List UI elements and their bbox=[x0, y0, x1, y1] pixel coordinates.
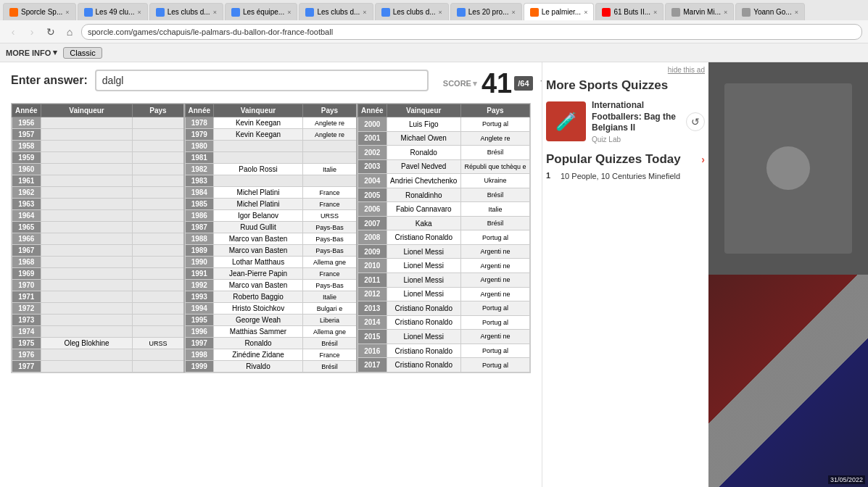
tab-palmares[interactable]: Le palmier... × bbox=[524, 3, 595, 20]
tab-lesequipes[interactable]: Les équipe... × bbox=[225, 3, 298, 20]
table-col3: Année Vainqueur Pays 2000Luis FigoPortug… bbox=[357, 104, 530, 372]
quiz-card-title: International Footballers: Bag the Belgi… bbox=[592, 100, 680, 134]
forward-button[interactable]: › bbox=[25, 25, 39, 39]
score-info-icon[interactable]: ▾ bbox=[473, 79, 477, 88]
tab-lesclubs2[interactable]: Les clubs d... × bbox=[299, 3, 373, 20]
more-info-label: MORE INFO bbox=[6, 49, 51, 57]
results-table-container: Année Vainqueur Pays 1956195719581959196… bbox=[11, 103, 531, 373]
tab-sporcle[interactable]: Sporcle Sp... × bbox=[3, 3, 76, 20]
tab-les49[interactable]: Les 49 clu... × bbox=[78, 3, 148, 20]
address-input[interactable]: sporcle.com/games/cchapuis/le-palmars-du… bbox=[81, 24, 862, 40]
tab-les20[interactable]: Les 20 pro... × bbox=[450, 3, 522, 20]
quiz-card[interactable]: 🧪 International Footballers: Bag the Bel… bbox=[546, 100, 705, 143]
refresh-quiz-button[interactable]: ↺ bbox=[686, 112, 705, 131]
popular-text: 10 People, 10 Centuries Minefield bbox=[561, 171, 680, 181]
main-content: Enter answer: SCORE ▾ 41 /64 TIMER bbox=[0, 62, 868, 487]
more-info-button[interactable]: MORE INFO ▾ bbox=[6, 48, 57, 57]
tab-lesclubs3[interactable]: Les clubs d... × bbox=[375, 3, 449, 20]
score-value: 41 bbox=[481, 70, 512, 97]
more-sports-title: More Sports Quizzes bbox=[546, 78, 705, 93]
popular-quizzes-section: Popular Quizzes Today › 1 10 People, 10 … bbox=[546, 152, 705, 181]
browser-tabs-bar: Sporcle Sp... × Les 49 clu... × Les club… bbox=[0, 0, 868, 20]
quiz-card-sub: Quiz Lab bbox=[592, 136, 680, 143]
popular-num: 1 bbox=[546, 171, 556, 180]
refresh-button[interactable]: ↻ bbox=[44, 25, 58, 39]
chevron-down-icon: ▾ bbox=[53, 48, 57, 57]
enter-answer-label: Enter answer: bbox=[11, 74, 88, 87]
toolbar-row: MORE INFO ▾ Classic bbox=[0, 43, 868, 62]
quiz-thumb-icon: 🧪 bbox=[555, 112, 577, 132]
home-button[interactable]: ⌂ bbox=[62, 25, 77, 39]
table-col1: Année Vainqueur Pays 1956195719581959196… bbox=[12, 104, 185, 372]
score-label: SCORE ▾ bbox=[443, 79, 477, 88]
score-block: SCORE ▾ bbox=[443, 79, 477, 88]
popular-item-1[interactable]: 1 10 People, 10 Centuries Minefield bbox=[546, 171, 705, 181]
back-button[interactable]: ‹ bbox=[6, 25, 20, 39]
classic-button[interactable]: Classic bbox=[63, 47, 102, 59]
tab-61buts[interactable]: 61 Buts II... × bbox=[595, 3, 664, 20]
popular-title: Popular Quizzes Today › bbox=[546, 152, 705, 167]
answer-input[interactable] bbox=[95, 70, 429, 91]
score-timer-section: SCORE ▾ 41 /64 TIMER ▾ 05:07 Give Up bbox=[443, 70, 542, 97]
quiz-card-info: International Footballers: Bag the Belgi… bbox=[592, 100, 680, 143]
right-sidebar: hide this ad More Sports Quizzes 🧪 Inter… bbox=[542, 62, 708, 487]
video-area: 31/05/2022 bbox=[708, 62, 868, 487]
quiz-area: Enter answer: SCORE ▾ 41 /64 TIMER bbox=[0, 62, 542, 487]
hide-ad[interactable]: hide this ad bbox=[546, 66, 705, 74]
tab-lesclubs1[interactable]: Les clubs d... × bbox=[149, 3, 223, 20]
score-display: 41 /64 TIMER ▾ 05:07 bbox=[481, 70, 542, 97]
score-separator: /64 bbox=[514, 76, 532, 91]
popular-arrow-icon: › bbox=[701, 154, 705, 165]
tab-marvin[interactable]: Marvin Mi... × bbox=[665, 3, 734, 20]
quiz-thumbnail: 🧪 bbox=[546, 101, 586, 141]
enter-answer-section: Enter answer: bbox=[11, 70, 429, 91]
tab-yoann[interactable]: Yoann Go... × bbox=[735, 3, 805, 20]
nav-bar: ‹ › ↻ ⌂ sporcle.com/games/cchapuis/le-pa… bbox=[0, 20, 868, 43]
table-col2: Année Vainqueur Pays 1978Kevin KeeganAng… bbox=[185, 104, 358, 372]
